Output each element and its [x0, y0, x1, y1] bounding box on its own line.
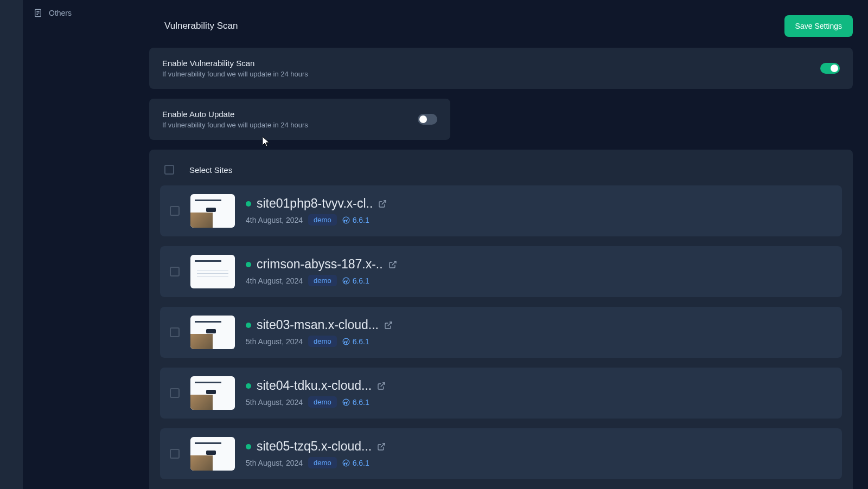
svg-line-12 [381, 443, 385, 447]
external-link-icon[interactable] [377, 442, 386, 451]
site-name: site04-tdku.x-cloud... [257, 378, 372, 393]
select-all-checkbox[interactable] [164, 165, 174, 175]
main-content: Vulnerability Scan Save Settings Enable … [134, 0, 868, 489]
svg-line-8 [388, 322, 392, 326]
setting-desc: If vulnerability found we will update in… [162, 121, 308, 129]
select-sites-label: Select Sites [189, 165, 232, 175]
document-icon [34, 9, 42, 17]
external-link-icon[interactable] [388, 260, 397, 269]
site-thumbnail [190, 376, 235, 410]
toggle-auto-update[interactable] [418, 114, 437, 125]
svg-line-6 [392, 261, 395, 265]
site-badge: demo [308, 396, 337, 408]
wordpress-icon [342, 398, 350, 406]
status-dot [246, 383, 251, 389]
wordpress-icon [342, 459, 350, 467]
site-name: site05-tzq5.x-cloud... [257, 439, 372, 454]
status-dot [246, 201, 251, 207]
site-row[interactable]: site03-msan.x-cloud...5th August, 2024de… [160, 307, 842, 358]
sidebar-item-label: Others [49, 9, 72, 17]
site-info: site04-tdku.x-cloud...5th August, 2024de… [246, 378, 832, 408]
site-info: site05-tzq5.x-cloud...5th August, 2024de… [246, 439, 832, 468]
sites-panel: Select Sites site01php8-tvyv.x-cl..4th A… [149, 150, 853, 489]
site-date: 4th August, 2024 [246, 276, 303, 285]
site-checkbox[interactable] [170, 206, 180, 216]
site-badge: demo [308, 214, 337, 226]
site-date: 4th August, 2024 [246, 216, 303, 224]
setting-vulnerability-scan: Enable Vulnerability Scan If vulnerabili… [149, 48, 853, 89]
svg-line-4 [382, 201, 386, 204]
wp-version: 6.6.1 [342, 216, 369, 224]
setting-desc: If vulnerability found we will update in… [162, 70, 308, 78]
site-badge: demo [308, 336, 337, 347]
wp-version: 6.6.1 [342, 276, 369, 285]
site-row[interactable]: crimson-abyss-187.x-..4th August, 2024de… [160, 246, 842, 297]
sidebar-item-others[interactable]: Others [23, 4, 134, 22]
save-settings-button[interactable]: Save Settings [784, 15, 853, 37]
external-link-icon[interactable] [378, 200, 387, 208]
site-thumbnail [190, 316, 235, 349]
status-dot [246, 262, 251, 267]
site-name: site03-msan.x-cloud... [257, 318, 379, 332]
site-checkbox[interactable] [170, 327, 180, 337]
external-link-icon[interactable] [377, 382, 386, 390]
site-row[interactable]: site05-tzq5.x-cloud...5th August, 2024de… [160, 428, 842, 479]
wp-version: 6.6.1 [342, 398, 369, 407]
status-dot [246, 444, 251, 449]
page-header: Vulnerability Scan Save Settings [149, 9, 853, 48]
page-title: Vulnerability Scan [149, 21, 238, 31]
site-date: 5th August, 2024 [246, 337, 303, 346]
site-thumbnail [190, 255, 235, 288]
site-badge: demo [308, 275, 337, 286]
site-row[interactable]: site01php8-tvyv.x-cl..4th August, 2024de… [160, 185, 842, 236]
setting-title: Enable Vulnerability Scan [162, 59, 308, 68]
site-checkbox[interactable] [170, 449, 180, 459]
setting-auto-update: Enable Auto Update If vulnerability foun… [149, 99, 450, 140]
site-thumbnail [190, 437, 235, 471]
wordpress-icon [342, 338, 350, 345]
site-date: 5th August, 2024 [246, 459, 303, 467]
toggle-vulnerability-scan[interactable] [820, 63, 840, 74]
setting-title: Enable Auto Update [162, 110, 308, 119]
site-checkbox[interactable] [170, 388, 180, 398]
wp-version: 6.6.1 [342, 337, 369, 346]
external-link-icon[interactable] [384, 321, 393, 330]
site-info: site01php8-tvyv.x-cl..4th August, 2024de… [246, 196, 832, 226]
status-dot [246, 323, 251, 328]
sidebar: Others [23, 0, 134, 489]
app-rail [0, 0, 23, 489]
site-checkbox[interactable] [170, 267, 180, 276]
wordpress-icon [342, 277, 350, 285]
site-date: 5th August, 2024 [246, 398, 303, 407]
site-name: crimson-abyss-187.x-.. [257, 257, 383, 272]
svg-line-10 [381, 383, 385, 387]
site-name: site01php8-tvyv.x-cl.. [257, 196, 373, 211]
wordpress-icon [342, 216, 350, 224]
site-info: crimson-abyss-187.x-..4th August, 2024de… [246, 257, 832, 286]
site-info: site03-msan.x-cloud...5th August, 2024de… [246, 318, 832, 347]
wp-version: 6.6.1 [342, 459, 369, 467]
site-thumbnail [190, 194, 235, 228]
site-row[interactable]: site04-tdku.x-cloud...5th August, 2024de… [160, 368, 842, 419]
sites-header: Select Sites [160, 160, 842, 185]
site-badge: demo [308, 457, 337, 468]
